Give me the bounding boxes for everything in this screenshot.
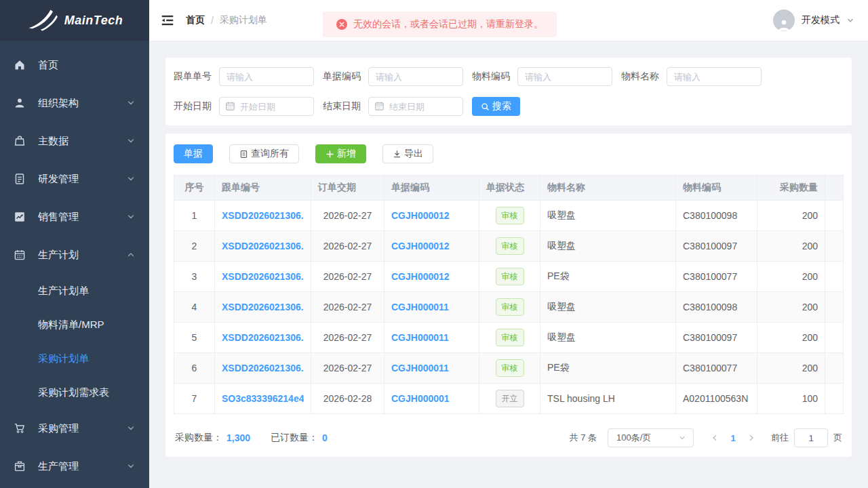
- filter-input-3[interactable]: [667, 67, 762, 86]
- cell-stub: [825, 292, 844, 323]
- date-input-1[interactable]: [368, 97, 463, 116]
- filter-group-3: 物料名称: [621, 67, 762, 86]
- table-row: 6XSDD2026021306..2026-02-27CGJH000011审核P…: [174, 353, 844, 384]
- goto-page-input[interactable]: [794, 428, 828, 447]
- column-header-7: 采购数量: [757, 176, 825, 201]
- collapse-sidebar-icon[interactable]: [160, 13, 175, 28]
- prev-page-button[interactable]: [706, 428, 724, 447]
- doc-no-link[interactable]: CGJH000012: [391, 271, 472, 282]
- cell-order-no: XSDD2026021306..: [215, 231, 311, 262]
- filter-label: 结束日期: [323, 100, 361, 113]
- breadcrumb: 首页 / 采购计划单: [186, 14, 267, 26]
- chevron-right-icon: [747, 434, 755, 442]
- cell-qty: 200: [757, 292, 825, 323]
- avatar-person-icon: [777, 18, 791, 31]
- sidebar-item-label: 主数据: [38, 135, 126, 148]
- doc-no-link[interactable]: CGJH000012: [391, 241, 472, 251]
- sidebar-subitem-label: 采购计划单: [38, 352, 89, 365]
- sidebar-subitem-5-0[interactable]: 生产计划单: [0, 274, 149, 308]
- date-input-0[interactable]: [219, 97, 314, 116]
- sidebar-item-label: 研发管理: [38, 173, 126, 186]
- chevron-down-icon: [126, 136, 136, 146]
- chevron-down-icon: [126, 212, 136, 222]
- sidebar-item-3[interactable]: 研发管理: [0, 160, 149, 198]
- breadcrumb-home[interactable]: 首页: [186, 14, 205, 26]
- filter-label: 跟单单号: [174, 70, 212, 83]
- doc-button[interactable]: 单据: [174, 144, 213, 163]
- sidebar-subitem-5-1[interactable]: 物料清单/MRP: [0, 308, 149, 342]
- order-no-link[interactable]: SO3c833396214e40: [222, 393, 304, 404]
- sidebar-subitem-5-3[interactable]: 采购计划需求表: [0, 375, 149, 409]
- sidebar-item-label: 生产管理: [38, 460, 126, 473]
- order-no-link[interactable]: XSDD2026021306..: [222, 271, 304, 282]
- add-button[interactable]: 新增: [315, 144, 366, 163]
- filter-input-2[interactable]: [517, 67, 612, 86]
- cell-material-code: C380100097: [676, 323, 757, 353]
- next-page-button[interactable]: [743, 428, 760, 447]
- export-button[interactable]: 导出: [382, 144, 433, 163]
- cell-delivery-date: 2026-02-27: [311, 323, 384, 353]
- order-no-link[interactable]: XSDD2026021306..: [222, 302, 304, 312]
- doc-no-link[interactable]: CGJH000001: [391, 393, 472, 404]
- chevron-left-icon: [711, 434, 719, 442]
- cell-doc-no: CGJH000011: [384, 353, 479, 384]
- cell-material-code: C380100098: [676, 201, 757, 231]
- filter-label: 单据编码: [323, 70, 361, 83]
- sidebar-item-1[interactable]: 组织架构: [0, 84, 149, 122]
- sidebar-item-label: 首页: [38, 59, 136, 72]
- status-badge: 审核: [496, 298, 524, 316]
- cell-material-name: PE袋: [540, 262, 676, 292]
- status-badge: 开立: [496, 390, 524, 407]
- query-all-button[interactable]: 查询所有: [229, 144, 299, 163]
- cell-order-no: XSDD2026021306..: [215, 262, 311, 292]
- chevron-down-icon: [126, 462, 136, 471]
- sidebar-item-0[interactable]: 首页: [0, 46, 149, 84]
- sidebar-subitem-label: 生产计划单: [38, 285, 89, 298]
- order-no-link[interactable]: XSDD2026021306..: [222, 363, 304, 373]
- sidebar-item-label: 组织架构: [38, 97, 126, 110]
- cell-material-name: 吸塑盘: [540, 292, 676, 323]
- column-header-2: 订单交期: [311, 176, 384, 201]
- doc-no-link[interactable]: CGJH000012: [391, 210, 472, 221]
- cell-index: 7: [174, 384, 215, 414]
- user-menu[interactable]: 开发模式: [773, 9, 854, 31]
- document-icon: [239, 150, 248, 159]
- doc-no-link[interactable]: CGJH000011: [391, 302, 472, 312]
- cell-status: 审核: [479, 262, 540, 292]
- doc-no-link[interactable]: CGJH000011: [391, 332, 472, 343]
- column-header-0: 序号: [174, 176, 215, 201]
- cell-delivery-date: 2026-02-27: [311, 262, 384, 292]
- sidebar-item-2[interactable]: 主数据: [0, 122, 149, 160]
- cell-doc-no: CGJH000012: [384, 262, 479, 292]
- sidebar-subitem-5-2[interactable]: 采购计划单: [0, 342, 149, 375]
- brand-logo[interactable]: MainTech: [0, 0, 149, 41]
- page-size-select[interactable]: 100条/页: [608, 428, 694, 447]
- session-error-toast: 无效的会话，或者会话已过期，请重新登录。: [323, 12, 557, 37]
- status-badge: 审核: [496, 237, 524, 255]
- cell-material-code: C380100097: [676, 231, 757, 262]
- chevron-down-icon: [678, 434, 686, 442]
- filter-input-1[interactable]: [368, 67, 463, 86]
- purchase-qty-label: 采购数量：: [175, 432, 222, 444]
- calendar-icon: [14, 249, 26, 261]
- filter-label: 开始日期: [174, 100, 212, 113]
- session-error-text: 无效的会话，或者会话已过期，请重新登录。: [353, 18, 543, 30]
- sidebar-item-7[interactable]: 生产管理: [0, 447, 149, 485]
- doc-no-link[interactable]: CGJH000011: [391, 363, 472, 373]
- sidebar-item-4[interactable]: 销售管理: [0, 198, 149, 236]
- purchase-plan-table: 序号跟单编号订单交期单据编码单据状态物料名称物料编码采购数量 1XSDD2026…: [174, 175, 844, 414]
- cell-doc-no: CGJH000011: [384, 292, 479, 323]
- order-no-link[interactable]: XSDD2026021306..: [222, 210, 304, 221]
- order-no-link[interactable]: XSDD2026021306..: [222, 332, 304, 343]
- page-number-1[interactable]: 1: [724, 433, 743, 443]
- search-button[interactable]: 搜索: [472, 97, 520, 116]
- sidebar-item-6[interactable]: 采购管理: [0, 409, 149, 447]
- sidebar-item-5[interactable]: 生产计划: [0, 236, 149, 274]
- filter-group-1: 单据编码: [323, 67, 463, 86]
- filter-input-0[interactable]: [219, 67, 314, 86]
- cell-status: 审核: [479, 353, 540, 384]
- cell-qty: 200: [757, 323, 825, 353]
- order-no-link[interactable]: XSDD2026021306..: [222, 241, 304, 251]
- table-row: 5XSDD2026021306..2026-02-27CGJH000011审核吸…: [174, 323, 844, 353]
- cell-status: 开立: [479, 384, 540, 414]
